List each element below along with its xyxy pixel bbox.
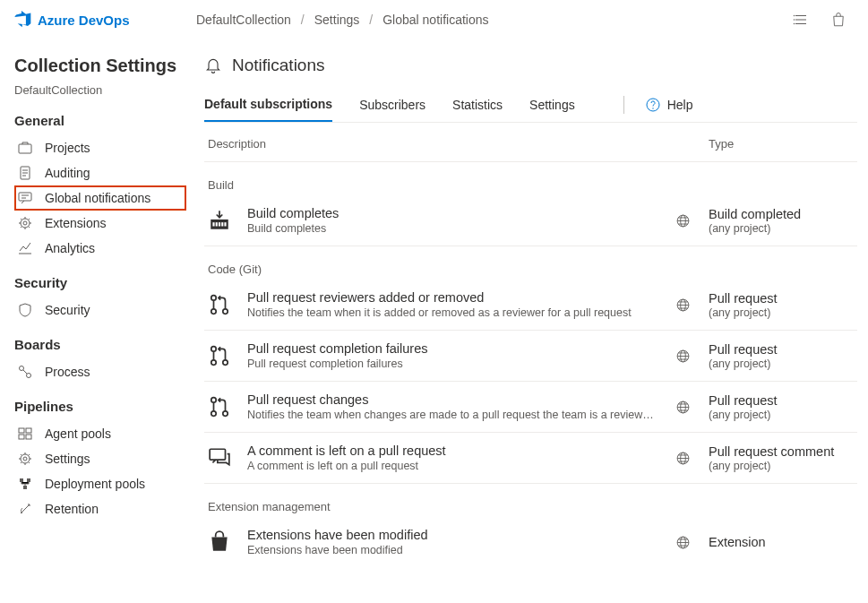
nav-deployment-pools[interactable]: Deployment pools: [14, 471, 186, 496]
svg-rect-18: [23, 486, 27, 489]
col-description: Description: [208, 137, 657, 151]
help-label: Help: [667, 98, 693, 112]
globe-icon: [657, 213, 709, 228]
subscription-type: Pull request comment: [709, 444, 854, 459]
nav-label: Extensions: [45, 216, 106, 230]
subscription-row[interactable]: Pull request completion failuresPull req…: [204, 331, 857, 382]
svg-rect-26: [224, 222, 226, 226]
nav-process[interactable]: Process: [14, 359, 186, 384]
briefcase-icon: [18, 141, 32, 155]
svg-point-7: [23, 221, 27, 225]
pr-icon: [208, 293, 247, 316]
svg-rect-11: [26, 428, 31, 433]
bell-icon: [204, 56, 222, 74]
column-headers: Description Type: [204, 128, 857, 162]
list-icon[interactable]: [793, 12, 809, 28]
nav-label: Security: [45, 303, 90, 317]
svg-point-40: [211, 411, 216, 416]
crumb-collection[interactable]: DefaultCollection: [196, 13, 291, 27]
nav-label: Analytics: [45, 241, 95, 255]
nav-label: Projects: [45, 141, 90, 155]
top-actions: [793, 12, 847, 28]
svg-rect-10: [19, 428, 24, 433]
breadcrumb: DefaultCollection / Settings / Global no…: [193, 13, 793, 27]
svg-rect-24: [219, 222, 220, 226]
svg-rect-23: [216, 222, 218, 226]
nav-settings[interactable]: Settings: [14, 446, 186, 471]
subscription-title: A comment is left on a pull request: [247, 444, 657, 458]
subscription-row[interactable]: Build completesBuild completesBuild comp…: [204, 195, 857, 246]
crumb-page[interactable]: Global notifications: [382, 13, 488, 27]
topbar: Azure DevOps DefaultCollection / Setting…: [0, 0, 868, 39]
section-boards: Boards: [14, 337, 186, 352]
comment-icon: [208, 446, 247, 469]
azure-devops-icon: [14, 11, 32, 29]
tab-default-subscriptions[interactable]: Default subscriptions: [204, 88, 332, 122]
tab-statistics[interactable]: Statistics: [452, 89, 503, 121]
subscription-description: Build completes: [247, 222, 657, 235]
document-icon: [18, 166, 32, 180]
svg-rect-12: [19, 435, 24, 439]
svg-point-36: [223, 360, 228, 365]
subscription-description: Notifies the team when changes are made …: [247, 409, 657, 421]
tab-subscribers[interactable]: Subscribers: [359, 89, 425, 121]
svg-point-15: [23, 457, 27, 461]
subscription-type: Build completed: [709, 207, 854, 221]
shopping-bag-icon[interactable]: [830, 12, 847, 28]
svg-point-34: [211, 347, 216, 351]
nav-label: Global notifications: [45, 191, 150, 205]
svg-rect-5: [19, 193, 31, 201]
nav-label: Settings: [45, 452, 90, 466]
nav-retention[interactable]: Retention: [14, 496, 186, 521]
subscription-scope: (any project): [709, 357, 854, 370]
svg-point-31: [223, 309, 228, 314]
subscription-scope: (any project): [709, 409, 854, 421]
subscription-list: BuildBuild completesBuild completesBuild…: [204, 162, 857, 567]
nav-security[interactable]: Security: [14, 297, 186, 323]
subscription-row[interactable]: A comment is left on a pull requestA com…: [204, 433, 857, 484]
globe-icon: [657, 451, 709, 466]
pool-icon: [18, 426, 32, 441]
svg-rect-22: [212, 222, 214, 226]
subscription-title: Build completes: [247, 206, 657, 220]
help-link[interactable]: Help: [623, 96, 693, 114]
nav-agent-pools[interactable]: Agent pools: [14, 421, 186, 446]
svg-point-1: [794, 19, 795, 21]
svg-point-0: [794, 15, 795, 17]
group-label: Code (Git): [204, 246, 857, 280]
sidebar: Collection Settings DefaultCollection Ge…: [0, 39, 193, 603]
tab-settings[interactable]: Settings: [529, 89, 575, 121]
nav-auditing[interactable]: Auditing: [14, 160, 186, 185]
subscription-scope: (any project): [709, 222, 854, 235]
svg-point-20: [652, 108, 653, 108]
pr-icon: [208, 395, 247, 418]
svg-point-41: [223, 411, 228, 416]
section-pipelines: Pipelines: [14, 399, 186, 414]
subscription-scope: (any project): [709, 306, 854, 319]
subscription-description: Extensions have been modified: [247, 544, 657, 556]
nav-extensions[interactable]: Extensions: [14, 211, 186, 236]
subscription-type: Pull request: [709, 342, 854, 357]
subscription-row[interactable]: Pull request changesNotifies the team wh…: [204, 382, 857, 433]
svg-point-8: [20, 366, 24, 371]
globe-icon: [657, 297, 709, 313]
crumb-settings[interactable]: Settings: [314, 13, 360, 27]
nav-global-notifications[interactable]: Global notifications: [14, 185, 186, 211]
subscription-description: Pull request completion failures: [247, 357, 657, 370]
nav-label: Auditing: [45, 166, 90, 180]
section-security: Security: [14, 275, 186, 290]
shield-icon: [18, 303, 32, 317]
svg-point-29: [211, 296, 216, 300]
gear-icon: [18, 216, 32, 230]
chat-icon: [18, 191, 32, 205]
subscription-scope: (any project): [709, 460, 854, 472]
subscription-row[interactable]: Extensions have been modifiedExtensions …: [204, 517, 857, 567]
subscription-row[interactable]: Pull request reviewers added or removedN…: [204, 280, 857, 331]
nav-label: Process: [45, 365, 90, 379]
product-logo[interactable]: Azure DevOps: [14, 11, 193, 29]
nav-analytics[interactable]: Analytics: [14, 236, 186, 261]
nav-projects[interactable]: Projects: [14, 135, 186, 160]
sidebar-subtitle: DefaultCollection: [14, 83, 186, 97]
gear-icon: [18, 452, 32, 466]
pr-icon: [208, 344, 247, 367]
